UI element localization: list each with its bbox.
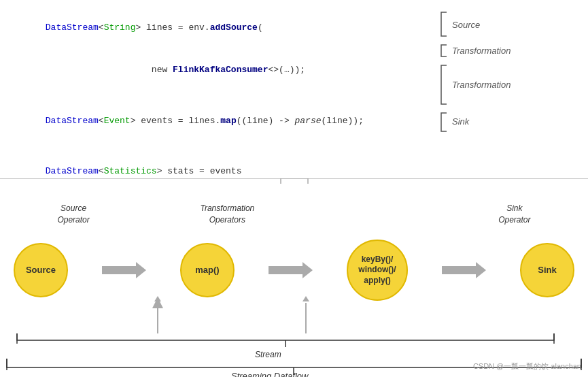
arrow-1 [102, 262, 146, 278]
map-node: map() [180, 243, 235, 297]
arrow-3 [442, 262, 486, 278]
svg-marker-7 [154, 296, 161, 301]
sink-op-label: SinkOperator [481, 203, 549, 226]
streaming-dataflow-label: Streaming Dataflow [231, 371, 309, 377]
diagram-section: SourceOperator TransformationOperators S… [0, 184, 588, 377]
transformation2-label: Transformation [452, 80, 511, 90]
operator-labels: SourceOperator TransformationOperators S… [0, 203, 588, 226]
svg-marker-1 [102, 262, 146, 278]
sink-node: Sink [520, 243, 574, 297]
bracket-labels-svg: Source Transformation Transformation Sin… [440, 5, 583, 179]
nodes-row: Source map() keyBy()/window()/apply() Si… [14, 240, 574, 301]
source-node: Source [14, 243, 68, 297]
watermark: CSDN @一瓢一瓢的饮 alanchan [473, 361, 581, 372]
transform-op-label: TransformationOperators [186, 203, 268, 226]
sink-label: Sink [452, 116, 470, 127]
svg-marker-2 [269, 262, 313, 278]
keyby-node: keyBy()/window()/apply() [347, 240, 408, 301]
source-label: Source [452, 20, 480, 30]
arrow-2 [269, 262, 313, 278]
source-op-label: SourceOperator [39, 203, 107, 226]
svg-marker-8 [302, 296, 309, 301]
transformation1-label: Transformation [452, 46, 511, 56]
svg-marker-3 [442, 262, 486, 278]
